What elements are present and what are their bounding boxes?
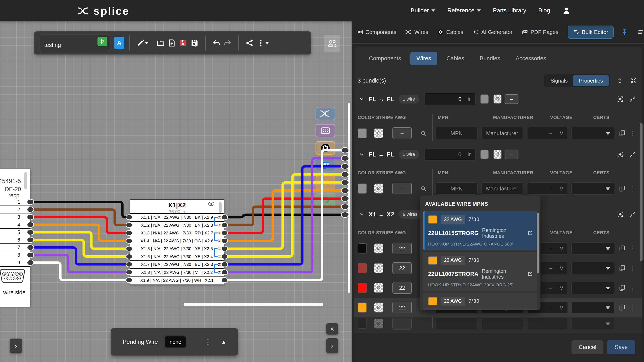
nav-blog[interactable]: Blog — [538, 7, 550, 14]
redo-button[interactable] — [222, 36, 233, 50]
dropdown-scrollbar[interactable] — [537, 213, 539, 273]
drop-target-splice-icon[interactable] — [316, 107, 335, 120]
connector-scrollbar[interactable] — [24, 172, 27, 189]
unfold-rows-icon[interactable] — [617, 77, 623, 84]
pin-row[interactable]: 8 — [0, 251, 30, 259]
focus-bundle-icon[interactable] — [617, 96, 624, 102]
mpn-option[interactable]: 22 AWG 7/30 22UL1015STRORA Remington Ind… — [423, 293, 537, 310]
collaborators-button[interactable] — [324, 35, 340, 52]
awg-button[interactable] — [392, 318, 412, 330]
toolbar-expand-caret[interactable] — [265, 42, 269, 44]
wire-stripe-swatch[interactable] — [374, 263, 383, 273]
voltage-input[interactable]: –V — [528, 127, 568, 139]
collapse-bundle-icon[interactable] — [629, 96, 636, 102]
mpn-input[interactable] — [436, 182, 478, 195]
tab-pdf-pages[interactable]: PDF PDF Pages — [522, 29, 558, 35]
manufacturer-input[interactable] — [481, 318, 523, 330]
pending-wire-kebab[interactable]: ⋮ — [204, 338, 212, 346]
search-mpn-icon[interactable] — [419, 130, 428, 136]
draw-tool-button[interactable] — [135, 36, 146, 50]
wire-color-swatch[interactable] — [358, 184, 367, 194]
tab-bulk-editor[interactable]: Bulk Editor — [568, 25, 614, 39]
wire-stripe-swatch[interactable] — [374, 243, 383, 254]
bundle-stripe-swatch[interactable] — [493, 150, 502, 159]
net-row[interactable]: X1.1 | N/A | 22 AWG | 7/30 | BK | X2.9 — [130, 214, 224, 222]
save-changes-button[interactable]: Save — [607, 340, 635, 354]
wire-stripe-swatch[interactable] — [374, 184, 383, 194]
pin-row[interactable]: 3 — [0, 213, 30, 221]
pin-row[interactable]: 7 — [0, 244, 30, 251]
save-as-button[interactable] — [189, 36, 200, 50]
external-link-icon[interactable] — [528, 271, 533, 277]
manufacturer-input[interactable] — [481, 127, 523, 139]
branch-status-icon[interactable] — [98, 37, 107, 46]
wire-color-swatch[interactable] — [358, 303, 367, 313]
save-button[interactable] — [178, 36, 189, 50]
expand-left-panel-button[interactable]: › — [10, 339, 22, 353]
collapse-bundle-icon[interactable] — [629, 151, 636, 158]
awg-button[interactable]: 22 — [392, 243, 412, 254]
pin-row[interactable]: 9 — [0, 259, 30, 267]
tab-ai-generator[interactable]: AI Generator — [472, 29, 512, 35]
net-row[interactable]: X1.6 | N/A | 22 AWG | 7/30 | YE | X2.4 — [130, 253, 224, 261]
certs-select[interactable] — [572, 302, 614, 314]
net-row[interactable]: X1.4 | N/A | 22 AWG | 7/30 | OG | X2.6 — [130, 237, 224, 245]
mpn-input[interactable] — [436, 127, 478, 139]
copy-row-icon[interactable] — [619, 245, 625, 252]
certs-select[interactable] — [572, 318, 614, 330]
project-name-field[interactable] — [40, 34, 109, 51]
bundle-color-swatch[interactable] — [480, 150, 489, 159]
certs-select[interactable] — [572, 242, 614, 255]
connector-card-left[interactable]: 745491-5 DE-20 recp. 1 2 3 4 5 6 7 8 9 1… — [0, 169, 30, 307]
subtab-accessories[interactable]: Accessories — [510, 52, 552, 65]
bundle-header[interactable]: FL ↔ FL 1 wire 0in – — [354, 147, 642, 162]
canvas-vertical-scrollbar[interactable] — [348, 103, 350, 293]
copy-row-icon[interactable] — [619, 185, 625, 192]
row-kebab-icon[interactable]: ⋮ — [630, 185, 636, 192]
net-row[interactable]: X1.3 | N/A | 22 AWG | 7/30 | RD | X2.7 — [130, 229, 224, 237]
voltage-input[interactable]: –V — [528, 182, 568, 195]
awg-button[interactable]: 22 — [392, 262, 412, 274]
search-mpn-icon[interactable] — [419, 185, 428, 192]
awg-button[interactable]: – — [392, 127, 412, 139]
more-options-kebab[interactable] — [255, 36, 266, 50]
focus-bundle-icon[interactable] — [617, 151, 624, 158]
net-table-x1-x2[interactable]: X1|X2 36.00 in X1.1 | N/A | 22 AWG | 7/3… — [130, 199, 224, 285]
open-folder-button[interactable] — [155, 36, 166, 50]
pin-row[interactable]: 1 — [0, 198, 30, 206]
wire-color-swatch[interactable] — [358, 319, 367, 329]
chevron-down-icon[interactable] — [359, 152, 364, 157]
splice-logo[interactable]: splice — [78, 4, 129, 17]
subtab-cables[interactable]: Cables — [440, 52, 470, 65]
certs-select[interactable] — [572, 182, 614, 195]
copy-row-icon[interactable] — [619, 304, 625, 311]
bundle-header[interactable]: FL ↔ FL 1 wire 0in – — [354, 91, 642, 107]
subtab-components[interactable]: Components — [363, 52, 407, 65]
row-kebab-icon[interactable]: ⋮ — [630, 245, 636, 252]
panel-scrollbar[interactable] — [640, 123, 642, 261]
wire-stripe-swatch[interactable] — [374, 303, 383, 313]
subtab-wires[interactable]: Wires — [410, 52, 437, 65]
pin-row[interactable]: 2 — [0, 206, 30, 213]
undo-button[interactable] — [211, 36, 222, 50]
wire-color-swatch[interactable] — [358, 283, 367, 293]
copy-row-icon[interactable] — [619, 285, 625, 291]
wire-stripe-swatch[interactable] — [374, 283, 383, 293]
copy-row-icon[interactable] — [619, 265, 625, 271]
tab-cables[interactable]: Cables — [438, 29, 463, 35]
canvas-close-button[interactable]: × — [326, 323, 338, 335]
tab-wires[interactable]: Wires — [406, 29, 428, 35]
drop-target-cable-icon[interactable] — [316, 141, 335, 155]
bundle-stripe-swatch[interactable] — [493, 94, 502, 104]
net-row[interactable]: X1.5 | N/A | 22 AWG | 7/30 | YE | X2.5 — [130, 245, 224, 253]
collapse-all-icon[interactable] — [630, 77, 636, 84]
bundle-length-input[interactable]: 0in — [424, 148, 476, 160]
drop-target-bulk-edit-icon[interactable] — [316, 193, 335, 206]
pin-icon[interactable] — [621, 29, 628, 35]
wire-color-swatch[interactable] — [358, 128, 367, 138]
row-kebab-icon[interactable]: ⋮ — [630, 130, 636, 137]
focus-bundle-icon[interactable] — [617, 211, 624, 217]
pin-row[interactable]: 5 — [0, 229, 30, 236]
wire-color-swatch[interactable] — [358, 263, 367, 273]
user-account-icon[interactable] — [562, 6, 571, 15]
